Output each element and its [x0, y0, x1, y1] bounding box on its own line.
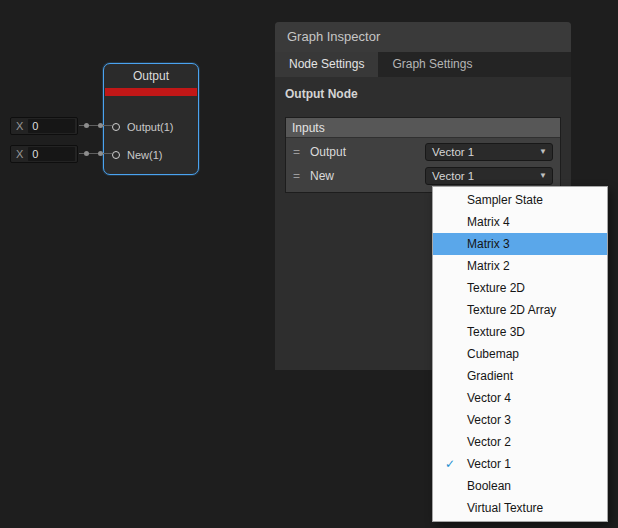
- menu-item-label: Vector 4: [467, 391, 511, 405]
- axis-label: X: [11, 148, 28, 160]
- node-red-bar: [105, 88, 197, 96]
- menu-item-label: Texture 2D Array: [467, 303, 556, 317]
- menu-item[interactable]: Vector 2: [433, 431, 607, 453]
- menu-item[interactable]: Gradient: [433, 365, 607, 387]
- inputs-list: = Output Vector 1 ▼ = New Vector 1 ▼: [286, 138, 560, 192]
- menu-item-label: Boolean: [467, 479, 511, 493]
- tab-graph-settings[interactable]: Graph Settings: [378, 52, 486, 77]
- type-dropdown-output[interactable]: Vector 1 ▼: [425, 143, 553, 161]
- port-icon[interactable]: [112, 123, 120, 131]
- port-icon[interactable]: [112, 151, 120, 159]
- menu-item[interactable]: Texture 2D: [433, 277, 607, 299]
- drag-handle-icon[interactable]: =: [293, 145, 310, 159]
- menu-item[interactable]: Matrix 3: [433, 233, 607, 255]
- menu-item-label: Virtual Texture: [467, 501, 543, 515]
- dropdown-value: Vector 1: [432, 146, 539, 158]
- connector-dot: [84, 123, 89, 128]
- input-row-output: = Output Vector 1 ▼: [286, 140, 560, 164]
- type-dropdown-new[interactable]: Vector 1 ▼: [425, 167, 553, 185]
- input-row-label: Output: [310, 145, 425, 159]
- inputs-box: Inputs = Output Vector 1 ▼ = New: [285, 117, 561, 193]
- output-node[interactable]: Output Output(1) New(1): [103, 63, 199, 175]
- chevron-down-icon: ▼: [539, 148, 547, 156]
- menu-item-label: Matrix 2: [467, 259, 510, 273]
- menu-item[interactable]: ✓ Vector 1: [433, 453, 607, 475]
- menu-item[interactable]: Virtual Texture: [433, 497, 607, 519]
- menu-item-label: Cubemap: [467, 347, 519, 361]
- node-port-output[interactable]: Output(1): [112, 119, 173, 135]
- value-input[interactable]: 0: [28, 119, 75, 133]
- chevron-down-icon: ▼: [539, 172, 547, 180]
- drag-handle-icon[interactable]: =: [293, 169, 310, 183]
- menu-item[interactable]: Boolean: [433, 475, 607, 497]
- port-label: Output(1): [127, 121, 173, 133]
- menu-item-label: Texture 3D: [467, 325, 525, 339]
- menu-item[interactable]: Cubemap: [433, 343, 607, 365]
- node-title: Output: [104, 64, 198, 88]
- value-input[interactable]: 0: [28, 147, 75, 161]
- inspector-body: Output Node Inputs = Output Vector 1 ▼ =: [275, 77, 571, 203]
- menu-item-label: Texture 2D: [467, 281, 525, 295]
- menu-item-label: Gradient: [467, 369, 513, 383]
- menu-item[interactable]: Sampler State: [433, 189, 607, 211]
- input-row-label: New: [310, 169, 425, 183]
- node-port-new[interactable]: New(1): [112, 147, 162, 163]
- inputs-header: Inputs: [286, 118, 560, 138]
- menu-item[interactable]: Vector 4: [433, 387, 607, 409]
- section-title: Output Node: [285, 87, 561, 101]
- shader-graph-canvas[interactable]: X 0 X 0 Output Output(1) New(1) Graph In…: [0, 0, 618, 528]
- type-popup-menu: Sampler State Matrix 4 Matrix 3 Matrix 2…: [432, 186, 608, 522]
- check-icon: ✓: [433, 457, 467, 471]
- menu-item[interactable]: Texture 3D: [433, 321, 607, 343]
- inspector-tabbar: Node Settings Graph Settings: [275, 52, 571, 77]
- dropdown-value: Vector 1: [432, 170, 539, 182]
- menu-item-label: Sampler State: [467, 193, 543, 207]
- connector-dot: [98, 123, 103, 128]
- menu-item[interactable]: Matrix 4: [433, 211, 607, 233]
- panel-title: Graph Inspector: [275, 22, 571, 52]
- menu-item[interactable]: Matrix 2: [433, 255, 607, 277]
- menu-item-label: Vector 2: [467, 435, 511, 449]
- menu-item-label: Vector 3: [467, 413, 511, 427]
- port-default-field[interactable]: X 0: [10, 117, 78, 135]
- menu-item-label: Matrix 4: [467, 215, 510, 229]
- axis-label: X: [11, 120, 28, 132]
- connector-dot: [84, 151, 89, 156]
- connector-dot: [98, 151, 103, 156]
- tab-node-settings[interactable]: Node Settings: [275, 52, 378, 77]
- menu-item[interactable]: Texture 2D Array: [433, 299, 607, 321]
- port-default-field[interactable]: X 0: [10, 145, 78, 163]
- input-row-new: = New Vector 1 ▼: [286, 164, 560, 188]
- menu-item-label: Vector 1: [467, 457, 511, 471]
- menu-item-label: Matrix 3: [467, 237, 510, 251]
- menu-item[interactable]: Vector 3: [433, 409, 607, 431]
- port-label: New(1): [127, 149, 162, 161]
